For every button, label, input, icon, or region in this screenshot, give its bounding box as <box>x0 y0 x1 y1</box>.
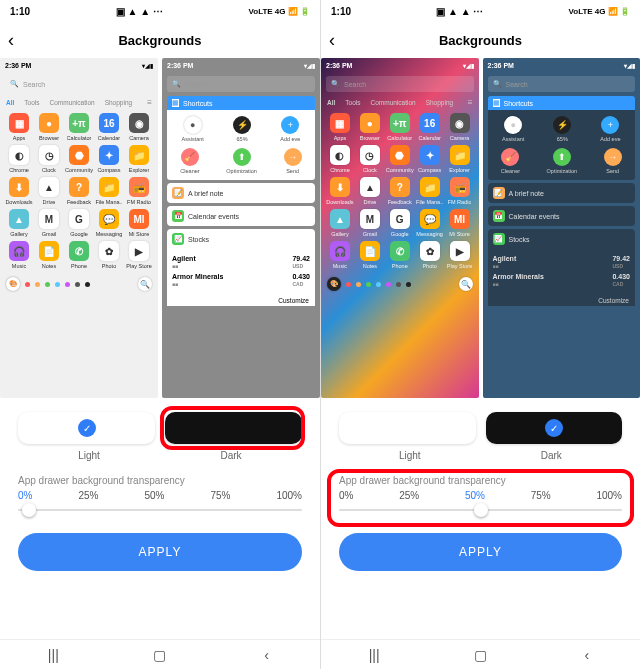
apply-button[interactable]: APPLY <box>18 533 302 571</box>
check-icon: ✓ <box>78 419 96 437</box>
app-gmail: MGmail <box>34 209 64 237</box>
light-option[interactable]: ✓ <box>18 412 155 444</box>
stocks-body: Agilent■■79.42USDArmor Minerals■■0.430CA… <box>488 249 636 293</box>
app-community: ⬣Community <box>385 145 415 173</box>
app-fm radio: 📻FM Radio <box>124 177 154 205</box>
search-icon: 🔍 <box>493 80 502 88</box>
tabs: All Tools Communication Shopping ≡ <box>0 96 158 111</box>
nav-back[interactable]: ‹ <box>247 647 287 663</box>
dark-option[interactable] <box>165 412 302 444</box>
nav-back[interactable]: ‹ <box>567 647 607 663</box>
header: ‹ Backgrounds <box>321 22 640 58</box>
theme-select-row: ✓ <box>321 398 640 448</box>
app-explorer: 📁Explorer <box>124 145 154 173</box>
preview-search: 🔍Search <box>167 76 315 92</box>
tabs: All Tools Communication Shopping ≡ <box>321 96 479 111</box>
app-notes: 📄Notes <box>34 241 64 269</box>
app-gallery: ▲Gallery <box>325 209 355 237</box>
transparency-slider[interactable] <box>339 501 622 519</box>
app-notes: 📄Notes <box>355 241 385 269</box>
app-camera: ◉Camera <box>124 113 154 141</box>
page-title: Backgrounds <box>0 33 320 48</box>
transparency-label: App drawer background transparency <box>18 475 302 486</box>
app-drive: ▲Drive <box>355 177 385 205</box>
preview-search: 🔍Search <box>488 76 636 92</box>
nav-home[interactable]: ▢ <box>460 647 500 663</box>
theme-labels: Light Dark <box>0 448 320 469</box>
app-apps: ▦Apps <box>325 113 355 141</box>
navbar: ||| ▢ ‹ <box>321 639 640 669</box>
preview-drawer-light[interactable]: 2:36 PM▾◢▮ 🔍Search All Tools Communicati… <box>0 58 158 398</box>
status-time: 1:10 <box>331 6 351 17</box>
app-music: 🎧Music <box>325 241 355 269</box>
dark-option[interactable]: ✓ <box>486 412 623 444</box>
app-calculator: +πCalculator <box>64 113 94 141</box>
preview-widgets-dark[interactable]: 2:36 PM▾◢▮ 🔍Search ▦Shortcuts ●Assistant… <box>483 58 641 398</box>
nav-recents[interactable]: ||| <box>33 647 73 663</box>
preview-widgets-light[interactable]: 2:36 PM▾◢▮ 🔍Search ▦Shortcuts ●Assistant… <box>162 58 320 398</box>
app-clock: ◷Clock <box>34 145 64 173</box>
transparency-section: App drawer background transparency 0%25%… <box>0 469 320 525</box>
app-photo: ✿Photo <box>94 241 124 269</box>
stocks-header: 📈Stocks <box>488 229 636 249</box>
status-right: VoLTE 4G 📶 🔋 <box>569 7 630 16</box>
app-photo: ✿Photo <box>415 241 445 269</box>
app-clock: ◷Clock <box>355 145 385 173</box>
apply-button[interactable]: APPLY <box>339 533 622 571</box>
search-icon: 🔍 <box>331 80 340 88</box>
navbar: ||| ▢ ‹ <box>0 639 320 669</box>
transparency-section: App drawer background transparency 0%25%… <box>321 469 640 525</box>
app-calendar: 16Calendar <box>94 113 124 141</box>
status-time: 1:10 <box>10 6 30 17</box>
app-phone: ✆Phone <box>385 241 415 269</box>
preview-status: 2:36 PM▾◢▮ <box>162 58 320 72</box>
app-compass: ✦Compass <box>94 145 124 173</box>
app-gallery: ▲Gallery <box>4 209 34 237</box>
preview-status: 2:36 PM▾◢▮ <box>483 58 641 72</box>
app-grid: ▦Apps●Browser+πCalculator16Calendar◉Came… <box>0 111 158 271</box>
phone-right: 1:10 ▣ ▲ ▲ ⋯ VoLTE 4G 📶 🔋 ‹ Backgrounds … <box>320 0 640 669</box>
app-chrome: ◐Chrome <box>4 145 34 173</box>
app-mi store: MIMi Store <box>124 209 154 237</box>
search-fab: 🔍 <box>459 277 473 291</box>
status-left-icons: ▣ ▲ ▲ ⋯ <box>436 6 483 17</box>
app-feedback: ?Feedback <box>64 177 94 205</box>
menu-icon: ≡ <box>147 98 152 107</box>
palette-icon: 🎨 <box>6 277 20 291</box>
app-grid: ▦Apps●Browser+πCalculator16Calendar◉Came… <box>321 111 479 271</box>
preview-drawer-colorful[interactable]: 2:36 PM▾◢▮ 🔍Search All Tools Communicati… <box>321 58 479 398</box>
palette-icon: 🎨 <box>327 277 341 291</box>
app-music: 🎧Music <box>4 241 34 269</box>
statusbar: 1:10 ▣ ▲ ▲ ⋯ VoLTE 4G 📶 🔋 <box>321 0 640 22</box>
transparency-label: App drawer background transparency <box>339 475 622 486</box>
app-mi store: MIMi Store <box>445 209 475 237</box>
header: ‹ Backgrounds <box>0 22 320 58</box>
preview-row: 2:36 PM▾◢▮ 🔍Search All Tools Communicati… <box>321 58 640 398</box>
app-drive: ▲Drive <box>34 177 64 205</box>
customize-link: Customize <box>488 293 636 306</box>
page-title: Backgrounds <box>321 33 640 48</box>
search-icon: 🔍 <box>10 80 19 88</box>
brief-note-card: 📝A brief note <box>488 183 636 203</box>
app-calendar: 16Calendar <box>415 113 445 141</box>
status-right: VoLTE 4G 📶 🔋 <box>249 7 310 16</box>
nav-recents[interactable]: ||| <box>354 647 394 663</box>
app-messaging: 💬Messaging <box>415 209 445 237</box>
menu-icon: ≡ <box>468 98 473 107</box>
shortcuts-body: ●Assistant⚡65%+Add eve🧹Cleaner⬆Optimizat… <box>167 110 315 180</box>
preview-search: 🔍Search <box>5 76 153 92</box>
app-file mana..: 📁File Mana.. <box>415 177 445 205</box>
theme-labels: Light Dark <box>321 448 640 469</box>
light-option[interactable] <box>339 412 476 444</box>
app-browser: ●Browser <box>355 113 385 141</box>
customize-link: Customize <box>167 293 315 306</box>
search-fab: 🔍 <box>138 277 152 291</box>
transparency-slider[interactable] <box>18 501 302 519</box>
calendar-card: 📅Calendar events <box>167 206 315 226</box>
nav-home[interactable]: ▢ <box>140 647 180 663</box>
app-apps: ▦Apps <box>4 113 34 141</box>
app-camera: ◉Camera <box>445 113 475 141</box>
stocks-header: 📈Stocks <box>167 229 315 249</box>
preview-row: 2:36 PM▾◢▮ 🔍Search All Tools Communicati… <box>0 58 320 398</box>
preview-search: 🔍Search <box>326 76 474 92</box>
